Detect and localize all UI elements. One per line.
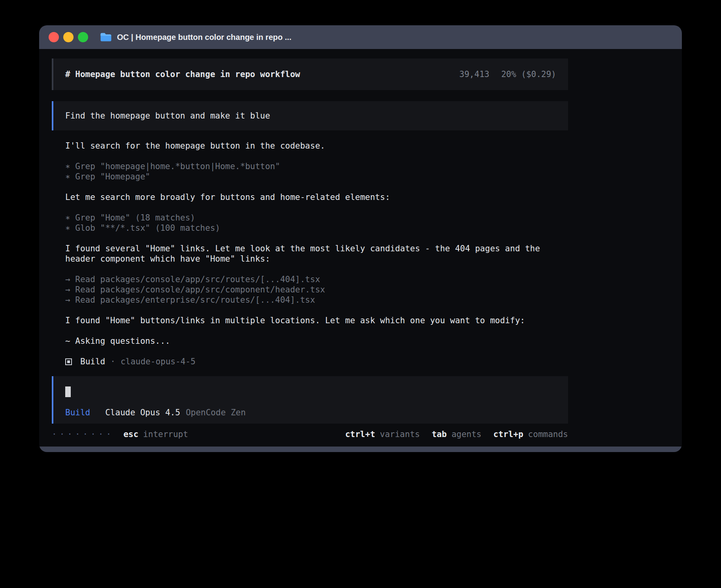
spinner-dots: ········ — [52, 429, 114, 439]
assistant-paragraph: I found "Home" buttons/links in multiple… — [65, 315, 568, 326]
tool-call-group: ∗ Grep "homepage|home.*button|Home.*butt… — [65, 161, 568, 182]
interrupt-shortcut: esc interrupt — [123, 429, 188, 439]
minimize-button[interactable] — [63, 32, 74, 42]
assistant-paragraph-line: Let me search more broadly for buttons a… — [65, 192, 568, 202]
window-title: OC | Homepage button color change in rep… — [117, 33, 291, 42]
assistant-paragraph-line: I found several "Home" links. Let me loo… — [65, 243, 568, 264]
assistant-paragraph: I'll search for the homepage button in t… — [65, 141, 568, 151]
session-stats: 39,413 20% ($0.29) — [459, 70, 556, 79]
prompt-input[interactable]: Build Claude Opus 4.5 OpenCode Zen — [52, 376, 568, 424]
tool-call-group: ∗ Grep "Home" (18 matches) ∗ Glob "**/*.… — [65, 213, 568, 233]
tool-call-read: → Read packages/console/app/src/routes/[… — [65, 274, 568, 285]
assistant-status: ~ Asking questions... — [65, 336, 568, 346]
assistant-paragraph-line: I'll search for the homepage button in t… — [65, 141, 568, 151]
asking-questions-status: ~ Asking questions... — [65, 336, 568, 346]
agent-separator: · — [110, 357, 115, 366]
user-message-text: Find the homepage button and make it blu… — [65, 111, 270, 121]
tool-call-group: → Read packages/console/app/src/routes/[… — [65, 274, 568, 305]
user-message: Find the homepage button and make it blu… — [52, 101, 568, 130]
status-bar-left: ········ esc interrupt — [52, 429, 188, 439]
commands-label: commands — [528, 429, 568, 439]
session-header: # Homepage button color change in repo w… — [52, 58, 568, 90]
variants-shortcut: ctrl+t variants — [345, 429, 420, 439]
agent-mode-name: Build — [80, 357, 105, 366]
context-usage: 20% ($0.29) — [501, 70, 556, 79]
esc-action-label: interrupt — [143, 429, 188, 439]
agents-label: agents — [451, 429, 481, 439]
variants-label: variants — [380, 429, 420, 439]
traffic-lights — [49, 32, 88, 42]
folder-icon — [100, 32, 112, 42]
mode-indicator[interactable]: Build — [65, 407, 90, 418]
tool-call-read: → Read packages/console/app/src/componen… — [65, 285, 568, 295]
text-cursor — [65, 386, 71, 397]
agent-icon — [65, 358, 72, 365]
zoom-button[interactable] — [78, 32, 88, 42]
agent-model-name: claude-opus-4-5 — [121, 357, 196, 366]
tab-key-hint: tab — [432, 429, 447, 439]
window-title-group: OC | Homepage button color change in rep… — [100, 32, 291, 42]
commands-shortcut: ctrl+p commands — [493, 429, 568, 439]
terminal-window: OC | Homepage button color change in rep… — [39, 25, 682, 452]
window-bottom-edge — [39, 447, 682, 452]
tool-call-grep: ∗ Grep "homepage|home.*button|Home.*butt… — [65, 161, 568, 172]
tool-call-grep: ∗ Grep "Home" (18 matches) — [65, 213, 568, 223]
token-count: 39,413 — [459, 70, 489, 79]
status-bar: ········ esc interrupt ctrl+t variants t… — [52, 429, 568, 439]
window-titlebar[interactable]: OC | Homepage button color change in rep… — [39, 25, 682, 49]
provider-name: OpenCode Zen — [186, 407, 246, 418]
terminal-content: # Homepage button color change in repo w… — [39, 49, 682, 447]
close-button[interactable] — [49, 32, 59, 42]
ctrl-t-key-hint: ctrl+t — [345, 429, 375, 439]
assistant-paragraph: Let me search more broadly for buttons a… — [65, 192, 568, 202]
ctrl-p-key-hint: ctrl+p — [493, 429, 523, 439]
model-name[interactable]: Claude Opus 4.5 — [105, 407, 180, 418]
assistant-paragraph-line: I found "Home" buttons/links in multiple… — [65, 315, 568, 326]
tool-call-grep: ∗ Grep "Homepage" — [65, 172, 568, 182]
input-mode-row: Build Claude Opus 4.5 OpenCode Zen — [65, 407, 556, 418]
assistant-paragraph: I found several "Home" links. Let me loo… — [65, 243, 568, 264]
assistant-transcript: I'll search for the homepage button in t… — [65, 141, 568, 367]
tool-call-read: → Read packages/enterprise/src/routes/[.… — [65, 295, 568, 305]
tool-call-glob: ∗ Glob "**/*.tsx" (100 matches) — [65, 223, 568, 233]
agents-shortcut: tab agents — [432, 429, 481, 439]
session-title: # Homepage button color change in repo w… — [65, 70, 300, 79]
status-bar-right: ctrl+t variants tab agents ctrl+p comman… — [345, 429, 568, 439]
agent-status-row: Build · claude-opus-4-5 — [65, 356, 568, 367]
esc-key-hint: esc — [123, 429, 138, 439]
